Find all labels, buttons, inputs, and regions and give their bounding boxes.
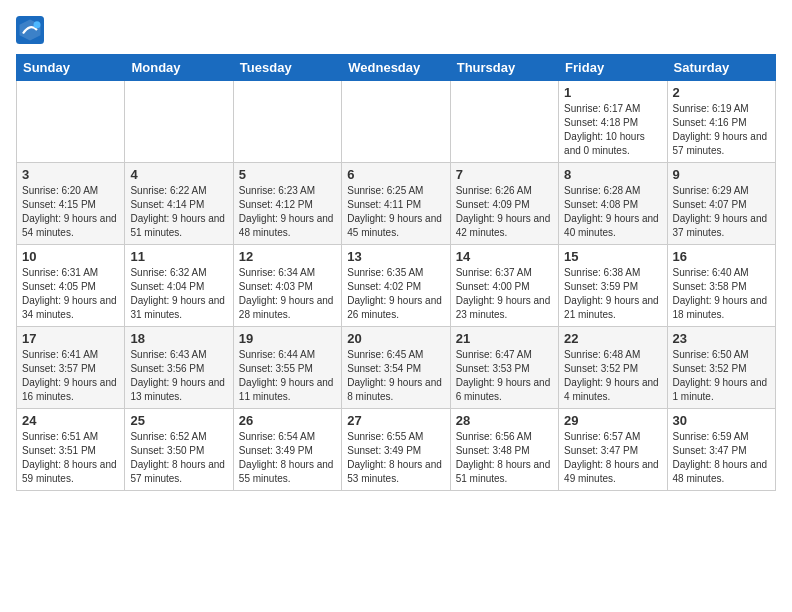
day-info: Sunrise: 6:43 AM Sunset: 3:56 PM Dayligh… — [130, 348, 227, 404]
day-number: 23 — [673, 331, 770, 346]
calendar-week-row: 1Sunrise: 6:17 AM Sunset: 4:18 PM Daylig… — [17, 81, 776, 163]
day-info: Sunrise: 6:41 AM Sunset: 3:57 PM Dayligh… — [22, 348, 119, 404]
calendar-cell: 16Sunrise: 6:40 AM Sunset: 3:58 PM Dayli… — [667, 245, 775, 327]
page-header — [16, 16, 776, 44]
calendar-cell: 7Sunrise: 6:26 AM Sunset: 4:09 PM Daylig… — [450, 163, 558, 245]
day-info: Sunrise: 6:52 AM Sunset: 3:50 PM Dayligh… — [130, 430, 227, 486]
day-number: 28 — [456, 413, 553, 428]
weekday-header-cell: Tuesday — [233, 55, 341, 81]
day-info: Sunrise: 6:57 AM Sunset: 3:47 PM Dayligh… — [564, 430, 661, 486]
day-info: Sunrise: 6:19 AM Sunset: 4:16 PM Dayligh… — [673, 102, 770, 158]
day-number: 13 — [347, 249, 444, 264]
day-info: Sunrise: 6:37 AM Sunset: 4:00 PM Dayligh… — [456, 266, 553, 322]
day-info: Sunrise: 6:23 AM Sunset: 4:12 PM Dayligh… — [239, 184, 336, 240]
day-number: 18 — [130, 331, 227, 346]
day-number: 25 — [130, 413, 227, 428]
calendar-cell: 3Sunrise: 6:20 AM Sunset: 4:15 PM Daylig… — [17, 163, 125, 245]
calendar-cell: 20Sunrise: 6:45 AM Sunset: 3:54 PM Dayli… — [342, 327, 450, 409]
calendar-cell: 30Sunrise: 6:59 AM Sunset: 3:47 PM Dayli… — [667, 409, 775, 491]
calendar-cell: 28Sunrise: 6:56 AM Sunset: 3:48 PM Dayli… — [450, 409, 558, 491]
day-number: 8 — [564, 167, 661, 182]
weekday-header-cell: Friday — [559, 55, 667, 81]
calendar-body: 1Sunrise: 6:17 AM Sunset: 4:18 PM Daylig… — [17, 81, 776, 491]
calendar-cell — [17, 81, 125, 163]
calendar-cell — [342, 81, 450, 163]
calendar-cell: 25Sunrise: 6:52 AM Sunset: 3:50 PM Dayli… — [125, 409, 233, 491]
day-number: 1 — [564, 85, 661, 100]
calendar-cell: 21Sunrise: 6:47 AM Sunset: 3:53 PM Dayli… — [450, 327, 558, 409]
logo-icon — [16, 16, 44, 44]
calendar-cell: 29Sunrise: 6:57 AM Sunset: 3:47 PM Dayli… — [559, 409, 667, 491]
calendar-cell: 12Sunrise: 6:34 AM Sunset: 4:03 PM Dayli… — [233, 245, 341, 327]
day-number: 9 — [673, 167, 770, 182]
day-number: 30 — [673, 413, 770, 428]
day-number: 17 — [22, 331, 119, 346]
svg-point-2 — [34, 21, 41, 28]
calendar-cell: 13Sunrise: 6:35 AM Sunset: 4:02 PM Dayli… — [342, 245, 450, 327]
day-info: Sunrise: 6:38 AM Sunset: 3:59 PM Dayligh… — [564, 266, 661, 322]
calendar-week-row: 24Sunrise: 6:51 AM Sunset: 3:51 PM Dayli… — [17, 409, 776, 491]
calendar-cell: 22Sunrise: 6:48 AM Sunset: 3:52 PM Dayli… — [559, 327, 667, 409]
calendar-cell — [450, 81, 558, 163]
calendar-week-row: 10Sunrise: 6:31 AM Sunset: 4:05 PM Dayli… — [17, 245, 776, 327]
day-info: Sunrise: 6:26 AM Sunset: 4:09 PM Dayligh… — [456, 184, 553, 240]
day-info: Sunrise: 6:34 AM Sunset: 4:03 PM Dayligh… — [239, 266, 336, 322]
day-info: Sunrise: 6:45 AM Sunset: 3:54 PM Dayligh… — [347, 348, 444, 404]
day-number: 10 — [22, 249, 119, 264]
calendar-cell: 9Sunrise: 6:29 AM Sunset: 4:07 PM Daylig… — [667, 163, 775, 245]
day-number: 24 — [22, 413, 119, 428]
calendar-week-row: 3Sunrise: 6:20 AM Sunset: 4:15 PM Daylig… — [17, 163, 776, 245]
day-info: Sunrise: 6:29 AM Sunset: 4:07 PM Dayligh… — [673, 184, 770, 240]
day-info: Sunrise: 6:31 AM Sunset: 4:05 PM Dayligh… — [22, 266, 119, 322]
day-number: 14 — [456, 249, 553, 264]
day-info: Sunrise: 6:51 AM Sunset: 3:51 PM Dayligh… — [22, 430, 119, 486]
day-info: Sunrise: 6:55 AM Sunset: 3:49 PM Dayligh… — [347, 430, 444, 486]
day-number: 3 — [22, 167, 119, 182]
calendar-cell: 18Sunrise: 6:43 AM Sunset: 3:56 PM Dayli… — [125, 327, 233, 409]
day-info: Sunrise: 6:25 AM Sunset: 4:11 PM Dayligh… — [347, 184, 444, 240]
calendar-cell: 23Sunrise: 6:50 AM Sunset: 3:52 PM Dayli… — [667, 327, 775, 409]
weekday-header-cell: Wednesday — [342, 55, 450, 81]
weekday-header-cell: Sunday — [17, 55, 125, 81]
day-info: Sunrise: 6:40 AM Sunset: 3:58 PM Dayligh… — [673, 266, 770, 322]
day-number: 21 — [456, 331, 553, 346]
day-info: Sunrise: 6:22 AM Sunset: 4:14 PM Dayligh… — [130, 184, 227, 240]
calendar-week-row: 17Sunrise: 6:41 AM Sunset: 3:57 PM Dayli… — [17, 327, 776, 409]
day-info: Sunrise: 6:28 AM Sunset: 4:08 PM Dayligh… — [564, 184, 661, 240]
calendar-table: SundayMondayTuesdayWednesdayThursdayFrid… — [16, 54, 776, 491]
calendar-cell: 19Sunrise: 6:44 AM Sunset: 3:55 PM Dayli… — [233, 327, 341, 409]
day-number: 29 — [564, 413, 661, 428]
calendar-cell: 4Sunrise: 6:22 AM Sunset: 4:14 PM Daylig… — [125, 163, 233, 245]
day-info: Sunrise: 6:56 AM Sunset: 3:48 PM Dayligh… — [456, 430, 553, 486]
day-number: 12 — [239, 249, 336, 264]
calendar-cell: 1Sunrise: 6:17 AM Sunset: 4:18 PM Daylig… — [559, 81, 667, 163]
day-number: 6 — [347, 167, 444, 182]
calendar-cell — [233, 81, 341, 163]
day-info: Sunrise: 6:17 AM Sunset: 4:18 PM Dayligh… — [564, 102, 661, 158]
day-number: 11 — [130, 249, 227, 264]
calendar-cell: 2Sunrise: 6:19 AM Sunset: 4:16 PM Daylig… — [667, 81, 775, 163]
calendar-cell: 15Sunrise: 6:38 AM Sunset: 3:59 PM Dayli… — [559, 245, 667, 327]
day-info: Sunrise: 6:35 AM Sunset: 4:02 PM Dayligh… — [347, 266, 444, 322]
day-number: 15 — [564, 249, 661, 264]
day-number: 19 — [239, 331, 336, 346]
weekday-header-cell: Thursday — [450, 55, 558, 81]
calendar-cell: 14Sunrise: 6:37 AM Sunset: 4:00 PM Dayli… — [450, 245, 558, 327]
day-info: Sunrise: 6:50 AM Sunset: 3:52 PM Dayligh… — [673, 348, 770, 404]
day-info: Sunrise: 6:54 AM Sunset: 3:49 PM Dayligh… — [239, 430, 336, 486]
weekday-header-cell: Monday — [125, 55, 233, 81]
day-number: 22 — [564, 331, 661, 346]
logo — [16, 16, 48, 44]
calendar-cell: 17Sunrise: 6:41 AM Sunset: 3:57 PM Dayli… — [17, 327, 125, 409]
weekday-header-row: SundayMondayTuesdayWednesdayThursdayFrid… — [17, 55, 776, 81]
calendar-cell: 10Sunrise: 6:31 AM Sunset: 4:05 PM Dayli… — [17, 245, 125, 327]
calendar-cell: 26Sunrise: 6:54 AM Sunset: 3:49 PM Dayli… — [233, 409, 341, 491]
calendar-cell: 6Sunrise: 6:25 AM Sunset: 4:11 PM Daylig… — [342, 163, 450, 245]
day-number: 4 — [130, 167, 227, 182]
weekday-header-cell: Saturday — [667, 55, 775, 81]
day-info: Sunrise: 6:20 AM Sunset: 4:15 PM Dayligh… — [22, 184, 119, 240]
calendar-cell: 11Sunrise: 6:32 AM Sunset: 4:04 PM Dayli… — [125, 245, 233, 327]
day-number: 7 — [456, 167, 553, 182]
day-number: 2 — [673, 85, 770, 100]
calendar-cell: 5Sunrise: 6:23 AM Sunset: 4:12 PM Daylig… — [233, 163, 341, 245]
